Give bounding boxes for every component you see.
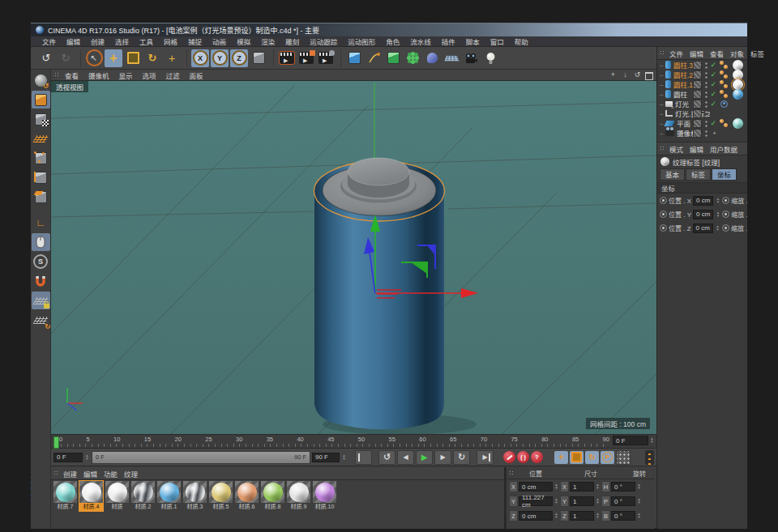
key-radio-icon[interactable]: [660, 211, 667, 218]
material-swatch[interactable]: 材质.10: [313, 481, 336, 511]
menu-mesh[interactable]: 网格: [159, 36, 182, 46]
workplane-mode-icon[interactable]: [32, 130, 50, 147]
stepper-icon[interactable]: [595, 498, 601, 504]
material-swatch[interactable]: 材质: [105, 481, 129, 511]
undo-icon[interactable]: [37, 49, 55, 67]
timeline-filmstrip-icon[interactable]: [645, 450, 654, 465]
live-selection-icon[interactable]: [85, 49, 103, 67]
vp-menu-display[interactable]: 显示: [114, 70, 138, 80]
timeline-range-scrollbar[interactable]: 0 F 90 F: [92, 451, 310, 464]
material-swatch[interactable]: 材质.1: [157, 481, 181, 511]
mat-menu-texture[interactable]: 纹理: [122, 469, 140, 479]
object-row[interactable]: – 摄像机: [657, 128, 747, 138]
lock-workplane-icon[interactable]: [32, 292, 50, 309]
menu-create[interactable]: 创建: [86, 36, 109, 46]
rot-h-field[interactable]: 0 °: [611, 482, 635, 492]
menu-snap[interactable]: 捕捉: [183, 36, 207, 46]
visibility-dots-icon[interactable]: [705, 110, 707, 117]
panel-grip-icon[interactable]: [660, 146, 665, 151]
mat-menu-edit[interactable]: 编辑: [81, 469, 100, 479]
panel-grip-icon[interactable]: [53, 470, 59, 476]
enable-axis-icon[interactable]: [32, 214, 50, 232]
menu-simulate[interactable]: 模拟: [232, 36, 255, 46]
stepper-icon[interactable]: [649, 436, 655, 445]
stepper-icon[interactable]: [636, 498, 642, 504]
material-tag-icon[interactable]: [733, 70, 743, 80]
key-parameter-icon[interactable]: [601, 451, 614, 464]
size-x-field[interactable]: 1: [570, 482, 594, 492]
menu-select[interactable]: 选择: [110, 36, 134, 46]
menu-file[interactable]: 文件: [37, 36, 61, 46]
menu-sculpt[interactable]: 雕刻: [280, 36, 304, 46]
material-swatch[interactable]: 材质.6: [235, 481, 259, 511]
render-settings-icon[interactable]: [297, 49, 315, 67]
stepper-icon[interactable]: [715, 211, 720, 218]
redo-icon[interactable]: [57, 49, 75, 67]
stepper-icon[interactable]: [636, 513, 642, 519]
menu-script[interactable]: 脚本: [461, 36, 485, 46]
orbit-view-icon[interactable]: ↺: [633, 70, 642, 80]
layer-tag-icon[interactable]: [693, 80, 702, 89]
enabled-check-icon[interactable]: [710, 100, 716, 108]
render-queue-icon[interactable]: [317, 49, 335, 67]
om-menu-file[interactable]: 文件: [667, 49, 686, 58]
timeline-playhead[interactable]: [53, 436, 59, 449]
tab-basic[interactable]: 基本: [660, 168, 685, 181]
menu-help[interactable]: 帮助: [510, 36, 533, 46]
make-editable-icon[interactable]: [32, 71, 50, 89]
loop-icon[interactable]: [453, 450, 470, 465]
object-row[interactable]: – 圆柱: [657, 89, 747, 99]
edges-mode-icon[interactable]: [32, 168, 50, 186]
material-tag-icon[interactable]: [733, 118, 743, 129]
stepper-icon[interactable]: [595, 513, 601, 519]
autokeying-icon[interactable]: ( ): [517, 451, 529, 463]
object-row[interactable]: – 圆柱.1: [657, 79, 747, 89]
vp-menu-panel[interactable]: 面板: [185, 70, 208, 80]
goto-end-icon[interactable]: [477, 450, 494, 465]
enabled-check-icon[interactable]: [710, 90, 716, 98]
coordinate-system-icon[interactable]: [250, 49, 267, 67]
key-point-level-icon[interactable]: [616, 450, 631, 465]
pos-x-field[interactable]: 0 cm: [519, 482, 553, 492]
material-tag-icon[interactable]: [733, 89, 743, 100]
protection-tag-icon[interactable]: [712, 130, 716, 137]
om-menu-view[interactable]: 查看: [707, 49, 726, 58]
layer-tag-icon[interactable]: [693, 109, 702, 118]
mat-menu-create[interactable]: 创建: [61, 469, 79, 479]
add-light-icon[interactable]: [481, 49, 499, 67]
coordinates-section-header[interactable]: 坐标: [657, 182, 747, 194]
polygons-mode-icon[interactable]: [32, 188, 50, 206]
add-spline-icon[interactable]: [365, 49, 383, 67]
material-tag-icon[interactable]: [733, 60, 743, 70]
range-end-field[interactable]: 90 F: [312, 453, 340, 462]
menu-render[interactable]: 渲染: [256, 36, 280, 46]
stepper-icon[interactable]: [636, 483, 642, 490]
phong-tag-icon[interactable]: [720, 61, 728, 69]
add-primitive-icon[interactable]: [345, 49, 363, 67]
stepper-icon[interactable]: [554, 513, 559, 519]
pos-z-field[interactable]: 0 cm: [519, 511, 553, 521]
pan-view-icon[interactable]: +: [609, 70, 618, 80]
layer-tag-icon[interactable]: [693, 90, 702, 99]
key-rotation-icon[interactable]: ↻: [585, 451, 599, 464]
magnet-snap-icon[interactable]: [32, 272, 50, 290]
play-backwards-icon[interactable]: [378, 450, 395, 465]
stepper-icon[interactable]: [84, 454, 90, 461]
stepper-icon[interactable]: [595, 483, 601, 490]
key-position-icon[interactable]: +: [554, 451, 568, 464]
vp-menu-view[interactable]: 查看: [60, 70, 83, 80]
current-frame-field[interactable]: 0 F: [53, 453, 83, 462]
material-swatch[interactable]: 材质.8: [261, 481, 284, 511]
object-row[interactable]: – 灯光.目标.2: [657, 109, 747, 118]
model-mode-icon[interactable]: [32, 91, 50, 109]
render-view-icon[interactable]: [278, 49, 296, 67]
material-swatch[interactable]: 材质.7: [53, 481, 77, 511]
add-generator-icon[interactable]: [384, 49, 402, 67]
enabled-check-icon[interactable]: [710, 61, 716, 69]
record-keyframe-icon[interactable]: [503, 451, 515, 463]
texture-mode-icon[interactable]: [32, 110, 50, 128]
phong-tag-icon[interactable]: [720, 119, 728, 127]
viewport-label[interactable]: 透视视图: [51, 81, 88, 92]
mat-menu-function[interactable]: 功能: [101, 469, 120, 479]
stepper-icon[interactable]: [341, 454, 347, 461]
